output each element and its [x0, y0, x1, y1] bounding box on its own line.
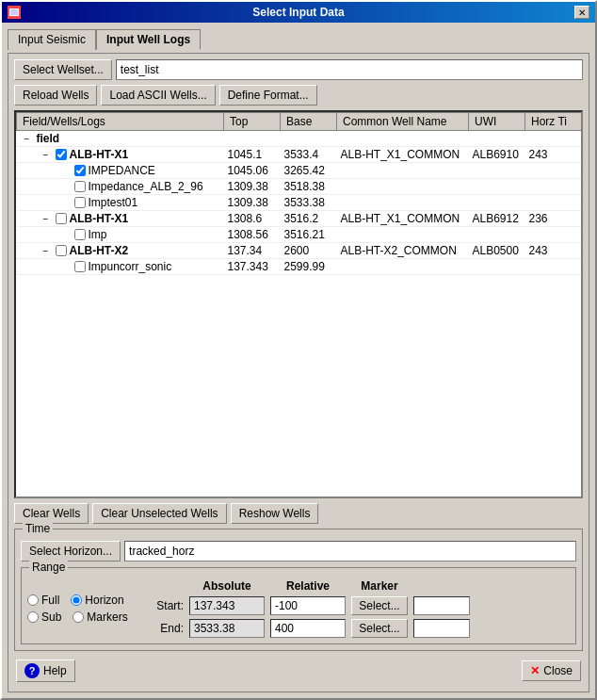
row-horz: 243 — [525, 147, 582, 163]
row-checkbox[interactable] — [56, 149, 67, 160]
row-common-name — [337, 259, 469, 275]
range-values: Absolute Relative Marker Start: Select..… — [146, 579, 570, 638]
row-base: 3533.38 — [281, 195, 337, 211]
row-horz: 236 — [525, 211, 582, 227]
col-header-horz: Horz Ti — [525, 113, 582, 131]
start-label: Start: — [146, 599, 184, 612]
tabs-row: Input Seismic Input Well Logs — [8, 28, 589, 49]
row-uwi — [469, 195, 525, 211]
radio-markers-label[interactable]: Markers — [73, 610, 127, 624]
radio-sub[interactable] — [27, 611, 39, 623]
tree-cell-label: −ALB-HT-X1 — [17, 147, 224, 163]
end-absolute-input[interactable] — [189, 619, 265, 638]
row-checkbox[interactable] — [74, 229, 86, 240]
tree-cell-label: −ALB-HT-X1 — [17, 211, 224, 227]
radio-horizon-label[interactable]: Horizon — [71, 594, 123, 607]
row-top: 1045.06 — [224, 163, 281, 179]
collapse-button[interactable]: − — [43, 246, 53, 256]
wellset-input[interactable] — [116, 59, 583, 80]
wells-tree-table[interactable]: Field/Wells/Logs Top Base Common Well Na… — [14, 110, 583, 498]
select-horizon-button[interactable]: Select Horizon... — [21, 541, 121, 562]
row-label: ALB-HT-X1 — [70, 148, 129, 161]
radio-horizon-text: Horizon — [85, 594, 123, 607]
start-select-button[interactable]: Select... — [351, 596, 408, 615]
start-absolute-input[interactable] — [189, 596, 265, 615]
row-label: ALB-HT-X1 — [70, 212, 129, 225]
row-checkbox[interactable] — [74, 181, 86, 192]
horizon-input[interactable] — [124, 541, 576, 562]
row-checkbox[interactable] — [74, 165, 86, 176]
table-row: −ALB-HT-X2137.342600ALB-HT-X2_COMMONALB0… — [17, 243, 582, 259]
table-row: Impedance_ALB_2_961309.383518.38 — [17, 179, 582, 195]
end-marker-input[interactable] — [413, 619, 470, 638]
bottom-buttons-row: Clear Wells Clear Unselected Wells Resho… — [14, 503, 583, 524]
table-row: Impuncorr_sonic137.3432599.99 — [17, 259, 582, 275]
close-button[interactable]: ✕ Close — [522, 660, 581, 681]
start-marker-input[interactable] — [413, 596, 470, 615]
row-top: 1309.38 — [224, 179, 281, 195]
end-select-button[interactable]: Select... — [351, 619, 408, 638]
row-checkbox[interactable] — [74, 197, 86, 208]
tree-cell-label: Impuncorr_sonic — [17, 259, 224, 275]
row-checkbox[interactable] — [56, 245, 67, 256]
row-base: 2599.99 — [281, 259, 337, 275]
load-ascii-wells-button[interactable]: Load ASCII Wells... — [101, 85, 215, 106]
window-close-button[interactable]: ✕ — [574, 6, 589, 19]
row-base: 2600 — [281, 243, 337, 259]
row-uwi — [469, 163, 525, 179]
col-header-base: Base — [281, 113, 337, 131]
collapse-button[interactable]: − — [43, 150, 53, 160]
define-format-button[interactable]: Define Format... — [219, 85, 317, 106]
radio-sub-label[interactable]: Sub — [27, 610, 61, 624]
reload-wells-button[interactable]: Reload Wells — [14, 85, 97, 106]
row-label: ALB-HT-X2 — [70, 244, 129, 257]
window-title: Select Input Data — [23, 6, 574, 19]
tab-input-seismic[interactable]: Input Seismic — [8, 29, 96, 50]
horizon-row: Select Horizon... — [21, 541, 576, 562]
radio-horizon[interactable] — [71, 594, 82, 606]
range-radios: Full Horizon Sub — [27, 579, 140, 638]
help-button[interactable]: ? Help — [16, 659, 75, 682]
collapse-button[interactable]: − — [24, 134, 34, 144]
row-checkbox[interactable] — [74, 261, 86, 272]
row-label: IMPEDANCE — [89, 164, 155, 177]
footer-row: ? Help ✕ Close — [14, 656, 583, 686]
select-wellset-button[interactable]: Select Wellset... — [14, 59, 112, 80]
toolbar-buttons-row: Reload Wells Load ASCII Wells... Define … — [14, 85, 583, 106]
row-base — [281, 131, 337, 147]
row-uwi: ALB0500 — [469, 243, 525, 259]
range-col-headers: Absolute Relative Marker — [146, 579, 570, 593]
radio-sub-text: Sub — [41, 610, 61, 624]
reshow-wells-button[interactable]: Reshow Wells — [231, 503, 319, 524]
row-horz: 243 — [525, 243, 582, 259]
table-row: −field — [17, 131, 582, 147]
row-base: 3516.21 — [281, 227, 337, 243]
row-uwi — [469, 259, 525, 275]
radio-full[interactable] — [27, 594, 39, 606]
row-base: 3518.38 — [281, 179, 337, 195]
row-uwi — [469, 179, 525, 195]
range-inner: Full Horizon Sub — [27, 579, 570, 638]
radio-full-label[interactable]: Full — [27, 594, 59, 607]
collapse-button[interactable]: − — [43, 214, 53, 224]
end-relative-input[interactable] — [270, 619, 346, 638]
row-uwi: ALB6910 — [469, 147, 525, 163]
row-common-name — [337, 163, 469, 179]
row-top: 1308.6 — [224, 211, 281, 227]
tree-cell-label: −ALB-HT-X2 — [17, 243, 224, 259]
col-header-uwi: UWI — [469, 113, 525, 131]
time-group: Time Select Horizon... Range — [14, 529, 583, 651]
range-group-label: Range — [29, 561, 68, 574]
tab-input-well-logs[interactable]: Input Well Logs — [96, 29, 201, 50]
start-row: Start: Select... — [146, 596, 570, 615]
close-icon: ✕ — [530, 664, 540, 677]
row-checkbox[interactable] — [56, 213, 67, 224]
clear-wells-button[interactable]: Clear Wells — [14, 503, 89, 524]
row-common-name: ALB-HT_X1_COMMON — [337, 147, 469, 163]
help-label: Help — [43, 664, 67, 677]
radio-markers[interactable] — [73, 611, 84, 623]
col-header-top: Top — [224, 113, 281, 131]
row-top: 1308.56 — [224, 227, 281, 243]
clear-unselected-button[interactable]: Clear Unselected Wells — [92, 503, 227, 524]
start-relative-input[interactable] — [270, 596, 346, 615]
